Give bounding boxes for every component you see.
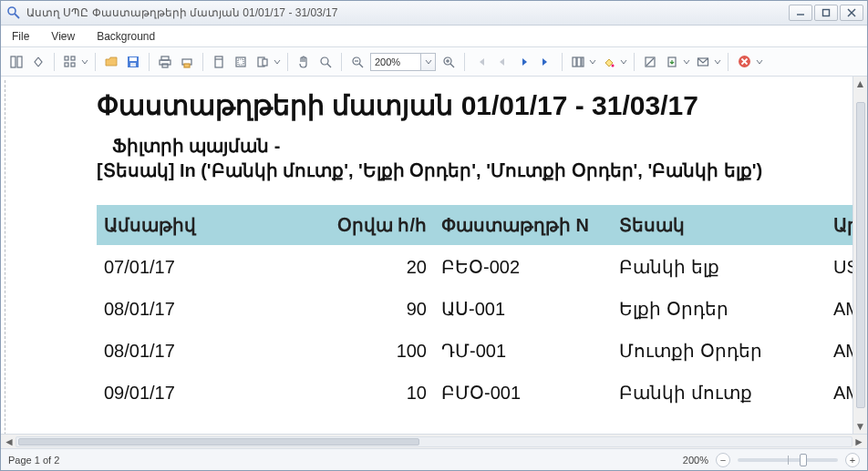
svg-rect-20: [215, 56, 222, 67]
separator: [634, 53, 635, 71]
zoom-combo[interactable]: 200%: [369, 52, 437, 72]
separator: [562, 53, 563, 71]
last-page-icon[interactable]: [536, 52, 556, 72]
horizontal-scrollbar[interactable]: ◄ ►: [1, 434, 867, 448]
vertical-scrollbar[interactable]: ▲ ▼: [852, 77, 867, 434]
close-button[interactable]: [840, 5, 863, 21]
svg-rect-11: [71, 63, 75, 67]
prev-page-icon[interactable]: [492, 52, 512, 72]
svg-point-0: [8, 7, 16, 15]
chevron-down-icon[interactable]: [619, 58, 628, 66]
chevron-down-icon[interactable]: [682, 58, 691, 66]
scroll-thumb[interactable]: [18, 438, 419, 445]
cell-currency: AMD: [826, 329, 852, 371]
zoom-out-button[interactable]: −: [716, 453, 730, 467]
app-window: Աստղ ՍՊԸ Փաստաթղթերի մատյան 01/01/17 - 3…: [0, 0, 868, 471]
cell-day-seq: 100: [302, 329, 434, 371]
first-page-icon[interactable]: [470, 52, 491, 72]
cell-type: Ելքի Օրդեր: [612, 287, 826, 329]
scale-icon[interactable]: [253, 52, 273, 72]
page-indicator: Page 1 of 2: [8, 455, 59, 466]
svg-rect-13: [129, 57, 137, 61]
magnifier-icon[interactable]: [315, 52, 336, 72]
scroll-right-icon[interactable]: ►: [852, 436, 865, 447]
cell-doc-no: ԲԵՕ-002: [434, 245, 612, 287]
zoom-slider[interactable]: [738, 458, 838, 462]
slider-knob[interactable]: [800, 454, 807, 466]
titlebar: Աստղ ՍՊԸ Փաստաթղթերի մատյան 01/01/17 - 3…: [1, 1, 867, 26]
cell-doc-no: ԱՍ-001: [434, 287, 612, 329]
chevron-down-icon[interactable]: [588, 58, 597, 66]
document-page: Փաստաթղթերի մատյան 01/01/17 - 31/03/17 Ֆ…: [5, 80, 852, 434]
svg-rect-19: [184, 64, 190, 67]
svg-rect-10: [65, 63, 68, 67]
document-filter: Ֆիլտրի պայման - [Տեսակ] In ('Բանկի մուտք…: [97, 134, 852, 183]
separator: [728, 53, 728, 71]
close-preview-icon[interactable]: [734, 52, 754, 72]
maximize-button[interactable]: [814, 5, 838, 21]
zoom-value[interactable]: 200%: [370, 53, 421, 71]
window-title: Աստղ ՍՊԸ Փաստաթղթերի մատյան 01/01/17 - 3…: [26, 6, 789, 19]
svg-rect-8: [65, 56, 68, 60]
menubar: File View Background: [1, 26, 867, 47]
scroll-down-icon[interactable]: ▼: [855, 421, 866, 432]
filter-line-1: Ֆիլտրի պայման -: [112, 136, 281, 156]
color-fill-icon[interactable]: [599, 52, 619, 72]
zoom-in-button[interactable]: +: [845, 453, 860, 467]
print-icon[interactable]: [155, 52, 175, 72]
zoom-in-icon[interactable]: [439, 52, 459, 72]
svg-rect-14: [130, 63, 136, 67]
cell-currency: AMD: [826, 287, 852, 329]
zoom-out-icon[interactable]: [347, 52, 367, 72]
scroll-left-icon[interactable]: ◄: [3, 436, 16, 447]
menu-view[interactable]: View: [47, 28, 78, 45]
next-page-icon[interactable]: [514, 52, 534, 72]
cell-day-seq: 10: [302, 371, 434, 413]
find-icon[interactable]: [28, 52, 48, 72]
menu-file[interactable]: File: [8, 28, 33, 45]
chevron-down-icon[interactable]: [421, 53, 436, 71]
svg-line-40: [646, 58, 654, 66]
col-day-seq: Օրվա հ/հ: [302, 205, 434, 245]
separator: [149, 53, 150, 71]
col-doc-no: Փաստաթղթի N: [434, 205, 612, 245]
svg-line-30: [359, 64, 363, 67]
thumbnails-icon[interactable]: [60, 52, 80, 72]
hand-tool-icon[interactable]: [294, 52, 314, 72]
print-preview-icon[interactable]: [177, 52, 197, 72]
separator: [54, 53, 55, 71]
zoom-label: 200%: [683, 455, 708, 466]
margins-icon[interactable]: [231, 52, 251, 72]
svg-rect-23: [238, 59, 243, 65]
cell-date: 08/01/17: [97, 287, 302, 329]
svg-rect-7: [17, 56, 22, 67]
cell-date: 08/01/17: [97, 329, 302, 371]
cell-type: Բանկի մուտք: [612, 371, 826, 413]
chevron-down-icon[interactable]: [713, 58, 722, 66]
svg-rect-6: [11, 56, 16, 67]
watermark-icon[interactable]: [640, 52, 660, 72]
minimize-button[interactable]: [789, 5, 812, 21]
menu-background[interactable]: Background: [93, 28, 159, 45]
scroll-up-icon[interactable]: ▲: [855, 78, 866, 89]
save-icon[interactable]: [123, 52, 143, 72]
scroll-track[interactable]: [16, 436, 852, 447]
cell-day-seq: 90: [302, 287, 434, 329]
open-icon[interactable]: [101, 52, 121, 72]
chevron-down-icon[interactable]: [756, 58, 763, 66]
page-setup-icon[interactable]: [209, 52, 229, 72]
cell-date: 09/01/17: [97, 371, 302, 413]
sidebar-toggle-icon[interactable]: [6, 52, 26, 72]
export-icon[interactable]: [662, 52, 682, 72]
preview-canvas[interactable]: Փաստաթղթերի մատյան 01/01/17 - 31/03/17 Ֆ…: [1, 77, 852, 434]
cell-type: Բանկի ելք: [612, 245, 826, 287]
cell-type: Մուտքի Օրդեր: [612, 329, 826, 371]
chevron-down-icon[interactable]: [80, 58, 89, 66]
table-row: 08/01/17 100 ԴՄ-001 Մուտքի Օրդեր AMD: [97, 329, 852, 371]
chevron-down-icon[interactable]: [273, 58, 282, 66]
data-table: Ամսաթիվ Օրվա հ/հ Փաստաթղթի N Տեսակ Արժ 0…: [97, 205, 852, 413]
svg-rect-17: [162, 64, 168, 67]
scroll-thumb[interactable]: [856, 102, 865, 408]
email-icon[interactable]: [693, 52, 713, 72]
multi-page-icon[interactable]: [568, 52, 588, 72]
